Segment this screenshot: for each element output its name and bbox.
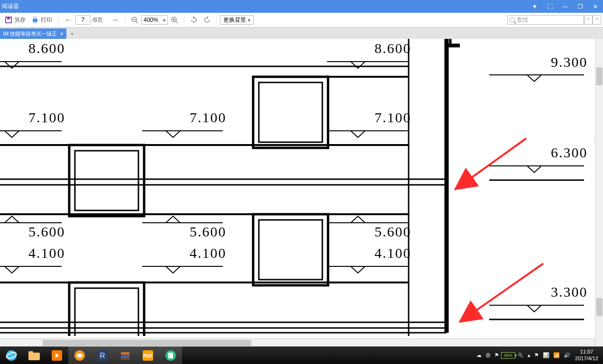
search-icon [510,18,515,23]
search-next-button[interactable]: ˅ [593,15,601,25]
tray-volume-icon[interactable]: 🔊 [564,352,570,358]
elevation-label: 4.100 [375,245,411,261]
tab-bar: IM 技能等级考试一级正 ✕ + [0,27,603,39]
document-tab[interactable]: IM 技能等级考试一级正 ✕ [0,28,66,39]
dropdown-icon[interactable]: ▼ [527,0,542,13]
tab-close-icon[interactable]: ✕ [60,31,64,36]
elevation-label: 7.100 [190,109,227,126]
prev-page-button[interactable]: ← [61,14,75,26]
taskbar-doc-icon[interactable] [159,346,182,364]
tray-expand-icon[interactable]: ▴ [528,352,530,358]
vertical-scrollbar[interactable] [595,39,603,346]
svg-marker-30 [166,131,180,137]
taskbar-video-icon[interactable] [46,346,68,364]
rotate-left-icon [190,16,198,24]
fullscreen-icon[interactable]: ⛶ [542,0,557,13]
tray-update-icon[interactable]: ⚑ [494,352,499,358]
rotate-right-icon [203,16,211,24]
elevation-label: 4.100 [28,245,65,261]
save-as-button[interactable]: 另存 [2,14,28,26]
elevation-label: 5.600 [28,224,65,240]
taskbar-explorer-icon[interactable] [23,346,46,364]
svg-rect-25 [253,77,328,148]
rotate-right-button[interactable] [201,14,214,26]
svg-marker-38 [527,166,541,173]
svg-rect-49 [253,214,328,285]
tray-cloud-icon[interactable]: ☁ [476,352,482,358]
svg-marker-32 [351,131,365,137]
taskbar-pdf-icon[interactable]: PDF [137,346,159,364]
elevation-label: 4.100 [190,245,227,261]
close-icon[interactable]: ✕ [588,0,603,13]
taskbar-revit-icon[interactable]: R [91,346,114,364]
title-bar: 阅读器 ▼ ⛶ — ❐ ✕ [0,0,603,13]
svg-marker-63 [527,305,541,312]
next-page-button[interactable]: → [108,14,122,26]
bg-label: 更换背景 [223,16,246,24]
windows-taskbar: R PDF ☁ ⦿ ⚑ 99% 🔌 ▴ ⚑ 📊 📶 🔊 11:07 2017/4… [0,346,603,364]
tray-clock[interactable]: 11:07 2017/4/12 [575,349,598,361]
tray-plug-icon[interactable]: 🔌 [517,352,524,358]
svg-marker-12 [192,16,194,19]
svg-marker-21 [351,62,365,68]
svg-marker-28 [5,131,19,137]
zoom-select[interactable]: 400%▾ [141,15,168,25]
svg-rect-82 [121,352,129,355]
svg-rect-26 [259,82,322,142]
search-prev-button[interactable]: ˄ [584,15,593,25]
svg-rect-87 [168,353,173,358]
svg-text:PDF: PDF [143,354,153,359]
minimize-icon[interactable]: — [557,0,573,13]
window-controls: ▼ ⛶ — ❐ ✕ [527,0,603,13]
horizontal-scrollbar[interactable] [0,338,595,346]
taskbar-winrar-icon[interactable] [114,346,137,364]
print-label: 打印 [41,16,52,24]
tray-chart-icon[interactable]: 📊 [543,352,549,358]
scrollbar-thumb[interactable] [43,340,251,346]
page-surface: 8.600 8.600 9.300 7.100 7.100 7.100 6.30… [0,39,591,335]
app-title: 阅读器 [2,2,19,10]
svg-marker-55 [166,266,180,273]
toolbar: 另存 打印 ← /8页 → 400%▾ 更换背景▾ 查找 ˄ ˅ [0,13,603,27]
elevation-label: 5.600 [375,224,411,240]
separator [58,15,58,25]
elevation-label: 3.300 [551,284,588,300]
print-button[interactable]: 打印 [28,14,55,26]
svg-text:R: R [100,352,105,360]
zoom-in-button[interactable] [168,14,181,26]
svg-line-71 [474,264,543,312]
scrollbar-thumb[interactable] [596,67,603,85]
svg-rect-50 [259,220,322,280]
page-total-label: /8页 [92,16,103,24]
svg-rect-3 [34,17,37,19]
taskbar-ie-icon[interactable] [0,346,23,364]
clock-time: 11:07 [575,349,598,355]
separator [125,15,125,25]
page-input[interactable] [75,15,91,25]
zoom-out-icon [131,16,138,24]
document-viewport[interactable]: 8.600 8.600 9.300 7.100 7.100 7.100 6.30… [0,39,603,346]
separator [217,15,217,25]
new-tab-button[interactable]: + [66,28,78,39]
svg-line-9 [176,21,178,23]
chevron-down-icon: ▾ [248,18,250,23]
zoom-out-button[interactable] [128,14,141,26]
change-background-select[interactable]: 更换背景▾ [220,15,254,25]
taskbar-browser-icon[interactable] [68,346,91,364]
tray-wifi-icon[interactable]: ⦿ [485,353,491,358]
svg-rect-35 [75,151,138,210]
zoom-in-icon [171,16,178,24]
tray-signal-icon[interactable]: 📶 [553,352,560,358]
elevation-label: 5.600 [190,224,227,240]
clock-date: 2017/4/12 [575,355,598,362]
elevation-label: 7.100 [28,109,65,126]
rotate-left-button[interactable] [187,14,201,26]
tray-battery-icon[interactable]: 99% [501,352,515,359]
svg-line-6 [136,21,138,23]
svg-marker-53 [5,266,19,273]
scrollbar-thumb[interactable] [596,298,603,316]
tray-flag-icon[interactable]: ⚑ [534,352,539,358]
search-input[interactable]: 查找 [507,15,584,25]
maximize-icon[interactable]: ❐ [573,0,588,13]
svg-marker-19 [5,62,19,68]
